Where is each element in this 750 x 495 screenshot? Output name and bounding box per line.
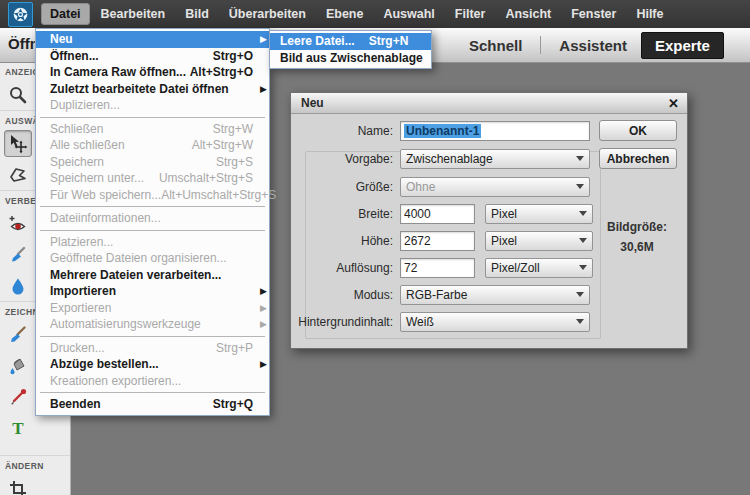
menu-item-shortcut: Strg+P (216, 341, 253, 355)
hoehe-input[interactable] (400, 231, 475, 251)
submenu-arrow-icon: ▶ (255, 319, 267, 329)
hintergrund-value: Weiß (406, 315, 434, 329)
menu-item-kreationen-exportieren: Kreationen exportieren... (36, 373, 269, 390)
menubar-item-filter[interactable]: Filter (446, 3, 495, 25)
hintergrund-dropdown[interactable]: Weiß (400, 312, 590, 332)
chevron-down-icon (579, 211, 587, 216)
menu-item-label: Speichern (50, 155, 104, 169)
menu-item-in-camera-raw-oeffnen[interactable]: In Camera Raw öffnen...Alt+Strg+O (36, 64, 269, 81)
mode-tab-experte[interactable]: Experte (641, 32, 724, 59)
menu-item-dateiinformationen: Dateiinformationen... (36, 210, 269, 227)
zoom-tool-icon (8, 85, 28, 105)
hintergrund-row: Hintergrundinhalt: Weiß (291, 311, 590, 332)
modus-row: Modus: RGB-Farbe (291, 284, 590, 305)
menubar-item-bild[interactable]: Bild (176, 3, 218, 25)
submenu-arrow-icon: ▶ (255, 303, 267, 313)
menubar-item-datei[interactable]: Datei (41, 3, 90, 25)
chevron-down-icon (579, 265, 587, 270)
menubar-item-auswahl[interactable]: Auswahl (374, 3, 443, 25)
hoehe-input-field[interactable] (404, 234, 471, 248)
aufloesung-unit-dropdown[interactable]: Pixel/Zoll (485, 258, 593, 278)
menu-item-label: Geöffnete Dateien organisieren... (50, 251, 227, 265)
menu-item-shortcut: Strg+W (213, 122, 253, 136)
menu-item-label: Öffnen... (50, 49, 99, 63)
modus-value: RGB-Farbe (406, 288, 467, 302)
photoshop-elements-logo-icon[interactable] (8, 2, 33, 27)
chevron-down-icon (576, 184, 584, 189)
text-tool-button[interactable]: T (4, 414, 32, 441)
smart-brush-tool-button[interactable] (4, 241, 32, 268)
name-input[interactable]: Unbenannt-1 (400, 121, 590, 141)
vorgabe-value: Zwischenablage (406, 152, 493, 166)
hoehe-unit-dropdown[interactable]: Pixel (485, 231, 593, 251)
menu-item-beenden[interactable]: BeendenStrg+Q (36, 396, 269, 413)
move-tool-button[interactable] (4, 130, 32, 157)
ok-button[interactable]: OK (599, 120, 677, 141)
menu-item-label: Duplizieren... (50, 98, 120, 112)
menu-item-alle-schliessen: Alle schließenAlt+Strg+W (36, 137, 269, 154)
hintergrund-label: Hintergrundinhalt: (291, 315, 393, 329)
dialog-titlebar[interactable]: Neu ✕ (291, 93, 687, 114)
menu-item-geoeffnete-dateien-organisieren: Geöffnete Dateien organisieren... (36, 250, 269, 267)
cancel-button[interactable]: Abbrechen (599, 148, 677, 169)
mode-tab-assistent[interactable]: Assistent (545, 32, 641, 59)
close-icon[interactable]: ✕ (668, 96, 679, 111)
menubar-item-fenster[interactable]: Fenster (562, 3, 625, 25)
new-submenu: Leere Datei...Strg+NBild aus Zwischenabl… (269, 30, 432, 69)
mode-tab-schnell[interactable]: Schnell (455, 32, 536, 59)
paint-bucket-tool-button[interactable] (4, 352, 32, 379)
menubar-item-ebene[interactable]: Ebene (317, 3, 373, 25)
menu-item-schliessen: SchließenStrg+W (36, 121, 269, 138)
move-tool-icon (8, 134, 28, 154)
breite-input[interactable] (400, 204, 475, 224)
crop-tool-icon (8, 479, 28, 495)
menu-item-leere-datei[interactable]: Leere Datei...Strg+N (270, 33, 431, 50)
menu-item-mehrere-dateien-verarbeiten[interactable]: Mehrere Dateien verarbeiten... (36, 267, 269, 284)
breite-unit-value: Pixel (491, 207, 517, 221)
menu-item-label: Schließen (50, 122, 103, 136)
menu-item-abzuege-bestellen[interactable]: Abzüge bestellen...▶ (36, 356, 269, 373)
aufloesung-label: Auflösung: (291, 261, 393, 275)
blur-tool-button[interactable] (4, 272, 32, 299)
menubar-item-hilfe[interactable]: Hilfe (627, 3, 672, 25)
text-tool-icon: T (8, 418, 28, 438)
menu-item-shortcut: Alt+Strg+W (192, 138, 253, 152)
submenu-arrow-icon: ▶ (255, 286, 267, 296)
tool-section-aendern: ÄNDERN (0, 455, 70, 495)
image-size-value: 30,6M (591, 237, 683, 257)
aufloesung-input[interactable] (400, 258, 475, 278)
lasso-tool-button[interactable] (4, 161, 32, 188)
aufloesung-input-field[interactable] (404, 261, 471, 275)
name-input-selected-text: Unbenannt-1 (404, 124, 481, 138)
menu-item-importieren[interactable]: Importieren▶ (36, 283, 269, 300)
menu-item-neu[interactable]: Neu▶ (36, 31, 269, 48)
menu-item-label: Zuletzt bearbeitete Datei öffnen (50, 82, 229, 96)
menubar-item-ueberarbeiten[interactable]: Überarbeiten (220, 3, 315, 25)
menu-item-oeffnen[interactable]: Öffnen...Strg+O (36, 48, 269, 65)
groesse-label: Größe: (291, 180, 393, 194)
eyedropper-tool-icon (8, 387, 28, 407)
aufloesung-unit-value: Pixel/Zoll (491, 261, 540, 275)
eyedropper-tool-button[interactable] (4, 383, 32, 410)
menubar-item-bearbeiten[interactable]: Bearbeiten (92, 3, 175, 25)
menu-item-label: Für Web speichern... (50, 188, 161, 202)
brush-tool-button[interactable] (4, 321, 32, 348)
groesse-dropdown[interactable]: Ohne (400, 177, 590, 197)
menu-item-bild-aus-zwischenablage[interactable]: Bild aus Zwischenablage (270, 50, 431, 67)
menu-item-zuletzt-bearbeitete-datei-oeffnen[interactable]: Zuletzt bearbeitete Datei öffnen▶ (36, 81, 269, 98)
breite-unit-dropdown[interactable]: Pixel (485, 204, 593, 224)
breite-input-field[interactable] (404, 207, 471, 221)
tool-list (0, 473, 70, 495)
chevron-down-icon (579, 238, 587, 243)
tab-divider (540, 36, 541, 54)
vorgabe-row: Vorgabe: Zwischenablage (291, 148, 590, 169)
vorgabe-dropdown[interactable]: Zwischenablage (400, 149, 590, 169)
menubar-item-ansicht[interactable]: Ansicht (496, 3, 560, 25)
red-eye-tool-button[interactable] (4, 210, 32, 237)
paint-bucket-tool-icon (8, 356, 28, 376)
zoom-tool-button[interactable] (4, 81, 32, 108)
modus-dropdown[interactable]: RGB-Farbe (400, 285, 590, 305)
menu-item-label: Mehrere Dateien verarbeiten... (50, 268, 221, 282)
menu-item-platzieren: Platzieren... (36, 234, 269, 251)
crop-tool-button[interactable] (4, 475, 32, 495)
